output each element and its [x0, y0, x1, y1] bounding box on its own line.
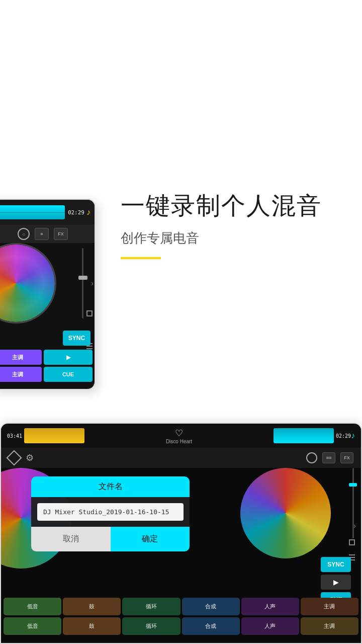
yellow-divider	[121, 257, 161, 259]
fader-thumb-bottom[interactable]	[349, 483, 357, 487]
circle-btn[interactable]: ○	[18, 228, 30, 240]
sync-btn-bottom[interactable]: SYNC	[321, 557, 351, 572]
tag-row-1: 低音 鼓 循环 合成 人声 主调	[1, 598, 361, 615]
tag-key-1[interactable]: 主调	[301, 598, 358, 615]
tag-loop-1[interactable]: 循环	[122, 598, 180, 615]
time-display-top: 02:29	[68, 209, 84, 216]
key-btn-1[interactable]: 主调	[0, 350, 42, 365]
main-title: 一键录制个人混音	[121, 191, 362, 220]
music-note-bottom: ♪	[351, 431, 355, 440]
play-btn-bottom[interactable]: ▶	[321, 575, 351, 590]
turntable-inner	[0, 245, 55, 322]
bottom-status-bar: 03:41 ♡ Disco Heart 02:29 ♪	[1, 424, 361, 448]
tag-loop-2[interactable]: 循环	[122, 617, 180, 635]
sync-button-top[interactable]: SYNC	[63, 331, 90, 346]
eq-btn[interactable]: ≡	[35, 228, 49, 240]
dialog-cancel-button[interactable]: 取消	[31, 527, 111, 551]
dialog-buttons: 取消 确定	[31, 527, 190, 551]
tag-low-1[interactable]: 低音	[4, 598, 61, 615]
turntable-top	[0, 243, 56, 324]
fx-icon-bottom[interactable]: FX	[340, 452, 353, 463]
turntable-right-bottom	[240, 468, 331, 558]
key-btn-2[interactable]: 主调	[0, 367, 42, 382]
heart-icon: ♡	[175, 428, 183, 439]
sub-title: 创作专属电音	[121, 229, 362, 247]
tag-low-2[interactable]: 低音	[4, 617, 61, 635]
fader-thumb[interactable]	[78, 276, 87, 280]
song-name: Disco Heart	[166, 439, 192, 444]
bottom-ctrl-row: ⚙ ≡≡ FX	[1, 448, 361, 468]
device-top-screen: 02:29 ♪ ○ ≡ FX ›	[0, 200, 95, 389]
time-right-bottom: 02:29	[336, 433, 351, 439]
fader-top	[78, 243, 87, 324]
left-waveform	[24, 428, 84, 443]
chevron-right-icon: ›	[91, 279, 94, 287]
tag-vocal-2[interactable]: 人声	[241, 617, 299, 635]
tag-synth-2[interactable]: 合成	[182, 617, 240, 635]
dialog-filename-field[interactable]: DJ Mixer Studio_2019-01-16-10-15	[37, 503, 184, 521]
ctrl-row-top: ○ ≡ FX	[0, 225, 95, 243]
right-ctrl-icons: ≡≡ FX	[306, 452, 353, 463]
play-btn-top[interactable]: ▶	[44, 350, 93, 365]
dialog-input-area: DJ Mixer Studio_2019-01-16-10-15	[31, 497, 190, 527]
fader-right-bottom	[349, 468, 357, 543]
right-waveform	[274, 428, 334, 443]
eq-icon-bottom[interactable]: ≡≡	[322, 452, 335, 463]
fx-btn[interactable]: FX	[54, 228, 68, 240]
dialog-box: 文件名 DJ Mixer Studio_2019-01-16-10-15 取消 …	[31, 476, 190, 551]
bottom-btns-top: 主调 ▶ 主调 CUE	[0, 348, 95, 384]
tag-drum-1[interactable]: 鼓	[63, 598, 121, 615]
tag-vocal-1[interactable]: 人声	[241, 598, 299, 615]
gear-icon[interactable]: ⚙	[26, 452, 34, 463]
device-bottom-mockup: 03:41 ♡ Disco Heart 02:29 ♪ ⚙ ≡≡ FX 文件	[0, 423, 362, 644]
device-top-mockup: 02:29 ♪ ○ ≡ FX ›	[0, 199, 96, 390]
tag-drum-2[interactable]: 鼓	[63, 617, 121, 635]
circle-icon-sm[interactable]	[306, 452, 317, 463]
waveform-bar-top: 02:29 ♪	[0, 200, 95, 225]
cue-btn-top[interactable]: CUE	[44, 367, 93, 382]
center-info: ♡ Disco Heart	[84, 428, 274, 444]
dialog-confirm-button[interactable]: 确定	[111, 527, 190, 551]
device-bottom-screen: 03:41 ♡ Disco Heart 02:29 ♪ ⚙ ≡≡ FX 文件	[1, 424, 361, 643]
top-text-area: 一键录制个人混音 创作专属电音	[121, 191, 362, 259]
square-icon	[86, 310, 93, 316]
top-section: 一键录制个人混音 创作专属电音 02:29 ♪ ○ ≡ FX	[0, 0, 362, 413]
time-left-bottom: 03:41	[7, 433, 22, 439]
tag-row-2: 低音 鼓 循环 合成 人声 主调	[1, 617, 361, 635]
fader-track[interactable]	[82, 248, 83, 318]
dialog-title: 文件名	[31, 476, 190, 497]
chevron-bottom-icon: ›	[353, 522, 356, 530]
diamond-icon	[6, 450, 22, 465]
tag-key-2[interactable]: 主调	[301, 617, 358, 635]
square-bottom-icon	[349, 539, 355, 545]
tag-synth-1[interactable]: 合成	[182, 598, 240, 615]
music-note-top: ♪	[86, 208, 90, 217]
waveform-wave	[0, 205, 65, 219]
